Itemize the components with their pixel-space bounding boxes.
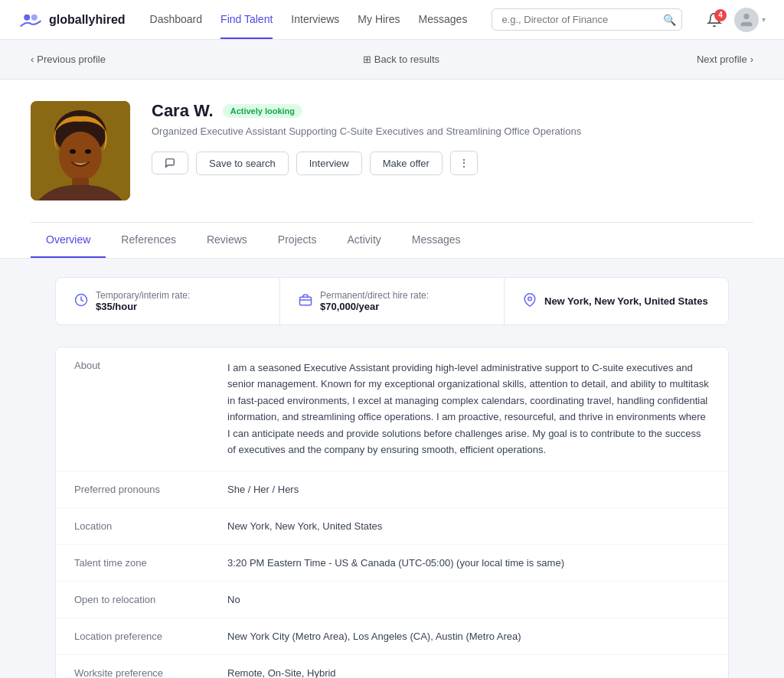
perm-rate-label: Permanent/direct hire rate:	[320, 290, 429, 301]
tab-overview[interactable]: Overview	[31, 223, 106, 258]
svg-point-1	[31, 14, 38, 20]
profile-headline: Organized Executive Assistant Supporting…	[152, 125, 753, 137]
profile-info: Cara W. Actively looking Organized Execu…	[152, 101, 753, 175]
notification-button[interactable]: 4	[707, 12, 722, 28]
search-input[interactable]	[492, 8, 682, 31]
chevron-down-icon: ▾	[762, 15, 766, 24]
briefcase-icon	[299, 293, 312, 310]
tab-reviews[interactable]: Reviews	[191, 223, 263, 258]
pronouns-label: Preferred pronouns	[74, 484, 227, 495]
svg-point-0	[24, 14, 30, 20]
save-search-button[interactable]: Save to search	[196, 152, 289, 175]
profile-header: Cara W. Actively looking Organized Execu…	[0, 80, 784, 259]
previous-profile-link[interactable]: ‹ Previous profile	[31, 54, 106, 65]
profile-name-row: Cara W. Actively looking	[152, 101, 753, 121]
timezone-value: 3:20 PM Eastern Time - US & Canada (UTC-…	[227, 557, 710, 569]
details-table: About I am a seasoned Executive Assistan…	[55, 347, 729, 678]
worksite-value: Remote, On-Site, Hybrid	[227, 667, 710, 678]
svg-point-2	[743, 13, 749, 18]
tab-projects[interactable]: Projects	[263, 223, 332, 258]
profile-name: Cara W.	[152, 101, 214, 121]
svg-point-5	[59, 132, 102, 181]
about-label: About	[74, 360, 227, 458]
relocation-label: Open to relocation	[74, 594, 227, 605]
avatar-button[interactable]: ▾	[734, 8, 766, 32]
logo[interactable]: globallyhired	[18, 8, 126, 32]
tab-activity[interactable]: Activity	[332, 223, 396, 258]
message-icon-button[interactable]	[152, 152, 188, 174]
make-offer-button[interactable]: Make offer	[370, 152, 443, 175]
profile-content: Temporary/interim rate: $35/hour	[24, 259, 760, 678]
grid-icon: ⊞	[363, 54, 371, 65]
location-row: Location New York, New York, United Stat…	[56, 508, 728, 545]
svg-rect-10	[300, 297, 312, 305]
worksite-row: Worksite preference Remote, On-Site, Hyb…	[56, 655, 728, 678]
navbar-search-container: 🔍	[492, 8, 682, 31]
navbar-right: 4 ▾	[707, 8, 766, 32]
ellipsis-icon: ⋮	[459, 157, 469, 169]
about-row: About I am a seasoned Executive Assistan…	[56, 347, 728, 471]
relocation-value: No	[227, 594, 710, 605]
more-options-button[interactable]: ⋮	[450, 151, 478, 175]
notification-badge: 4	[714, 9, 727, 21]
chevron-right-icon: ›	[750, 54, 753, 65]
avatar	[734, 8, 759, 32]
location-pref-row: Location preference New York City (Metro…	[56, 618, 728, 655]
navbar: globallyhired Dashboard Find Talent Inte…	[0, 0, 784, 40]
user-icon	[738, 11, 755, 28]
pronouns-value: She / Her / Hers	[227, 484, 710, 495]
temp-rate-label: Temporary/interim rate:	[96, 290, 190, 301]
status-badge: Actively looking	[223, 104, 302, 118]
profile-photo-svg	[31, 101, 130, 200]
interview-button[interactable]: Interview	[296, 152, 362, 175]
rate-card-temp: Temporary/interim rate: $35/hour	[56, 278, 280, 324]
nav-dashboard[interactable]: Dashboard	[150, 1, 203, 39]
clock-icon	[74, 293, 88, 310]
nav-messages[interactable]: Messages	[419, 1, 468, 39]
logo-text: globallyhired	[49, 13, 126, 27]
logo-icon	[18, 8, 43, 32]
profile-tabs: Overview References Reviews Projects Act…	[31, 222, 753, 258]
nav-interviews[interactable]: Interviews	[291, 1, 339, 39]
chat-icon	[165, 158, 175, 168]
rate-card-location: New York, New York, United States	[505, 278, 728, 324]
location-label: Location	[74, 520, 227, 532]
tab-messages[interactable]: Messages	[397, 223, 476, 258]
nav-links: Dashboard Find Talent Interviews My Hire…	[150, 1, 468, 39]
rate-location-value: New York, New York, United States	[544, 295, 708, 307]
next-profile-link[interactable]: Next profile ›	[697, 54, 753, 65]
svg-point-7	[85, 149, 91, 154]
location-pin-icon	[523, 293, 537, 310]
profile-photo	[31, 101, 130, 200]
profile-actions: Save to search Interview Make offer ⋮	[152, 151, 753, 175]
profile-navigation: ‹ Previous profile ⊞ Back to results Nex…	[0, 40, 784, 80]
relocation-row: Open to relocation No	[56, 582, 728, 618]
timezone-row: Talent time zone 3:20 PM Eastern Time - …	[56, 545, 728, 582]
timezone-label: Talent time zone	[74, 557, 227, 569]
location-value: New York, New York, United States	[227, 520, 710, 532]
search-icon: 🔍	[663, 14, 676, 26]
pronouns-row: Preferred pronouns She / Her / Hers	[56, 471, 728, 508]
location-pref-value: New York City (Metro Area), Los Angeles …	[227, 631, 710, 642]
perm-rate-value: $70,000/year	[320, 301, 429, 312]
rate-cards: Temporary/interim rate: $35/hour	[55, 277, 729, 325]
back-to-results-link[interactable]: ⊞ Back to results	[363, 54, 439, 65]
location-pref-label: Location preference	[74, 631, 227, 642]
rate-card-perm: Permanent/direct hire rate: $70,000/year	[280, 278, 505, 324]
svg-point-12	[528, 297, 532, 301]
temp-rate-value: $35/hour	[96, 301, 190, 312]
tab-references[interactable]: References	[106, 223, 191, 258]
worksite-label: Worksite preference	[74, 667, 227, 678]
chevron-left-icon: ‹	[31, 54, 34, 65]
nav-my-hires[interactable]: My Hires	[358, 1, 400, 39]
about-value: I am a seasoned Executive Assistant prov…	[227, 360, 710, 458]
svg-point-6	[70, 149, 76, 154]
nav-find-talent[interactable]: Find Talent	[220, 1, 273, 39]
